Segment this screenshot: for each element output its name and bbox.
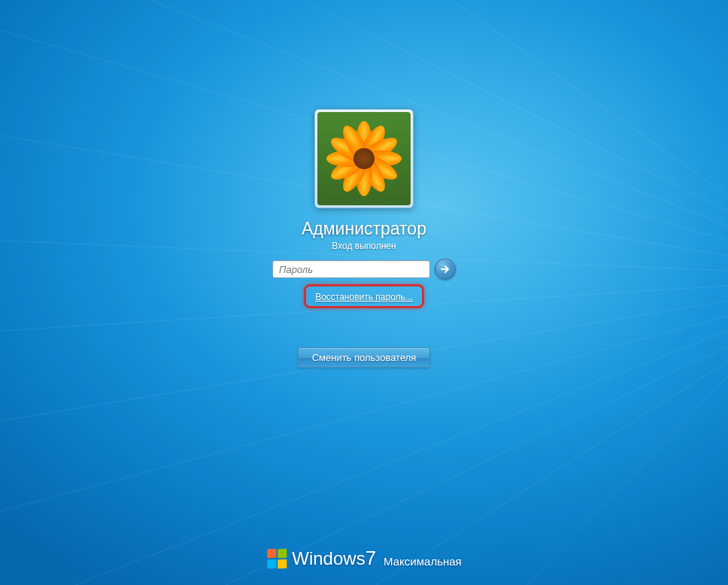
login-panel: Администратор Вход выполнен Восстановить… xyxy=(272,109,456,368)
avatar-image xyxy=(317,112,411,205)
os-branding: Windows7 Максимальная xyxy=(266,547,461,570)
username-label: Администратор xyxy=(302,219,426,239)
login-status-label: Вход выполнен xyxy=(332,241,396,251)
password-input[interactable] xyxy=(272,260,430,278)
switch-user-button[interactable]: Сменить пользователя xyxy=(298,347,431,368)
avatar-frame xyxy=(314,109,414,208)
password-row xyxy=(272,259,456,280)
svg-line-12 xyxy=(526,376,728,585)
submit-button[interactable] xyxy=(435,259,456,280)
reset-password-link[interactable]: Восстановить пароль... xyxy=(315,292,413,302)
svg-line-0 xyxy=(451,0,728,196)
reset-password-highlight: Восстановить пароль... xyxy=(304,284,424,308)
os-name: Windows7 xyxy=(292,547,376,570)
os-name-text: Windows xyxy=(292,548,365,568)
os-version-text: 7 xyxy=(366,547,376,569)
windows-logo-icon xyxy=(266,548,287,569)
os-edition: Максимальная xyxy=(384,555,462,570)
arrow-right-icon xyxy=(439,263,451,275)
